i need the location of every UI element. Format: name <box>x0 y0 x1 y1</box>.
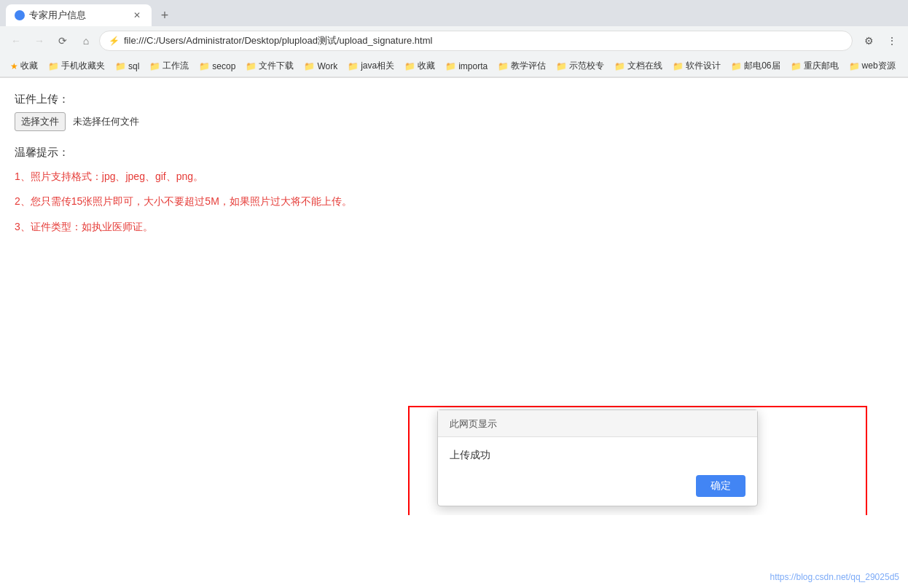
browser-chrome: 专家用户信息 ✕ + ← → ⟳ ⌂ ⚡ file:///C:/Users/Ad… <box>0 0 908 78</box>
bookmark-work[interactable]: 📁 Work <box>300 60 342 73</box>
bookmark-mobile[interactable]: 📁 手机收藏夹 <box>44 58 109 74</box>
folder-icon: 📁 <box>731 61 742 71</box>
bookmark-label: sql <box>128 61 139 71</box>
folder-icon: 📁 <box>149 61 160 71</box>
bookmark-java[interactable]: 📁 java相关 <box>343 58 399 74</box>
bookmark-workflow[interactable]: 📁 工作流 <box>145 58 193 74</box>
bookmark-web[interactable]: 📁 web资源 <box>845 58 900 74</box>
bookmark-label: 工作流 <box>163 60 189 72</box>
bookmark-label: 教学评估 <box>511 60 546 72</box>
tab-bar: 专家用户信息 ✕ + <box>0 0 908 26</box>
modal-header: 此网页显示 <box>438 410 757 437</box>
lock-icon: ⚡ <box>109 36 120 46</box>
star-icon: ★ <box>10 61 18 71</box>
tips-title: 温馨提示： <box>15 146 893 160</box>
folder-icon: 📁 <box>498 61 509 71</box>
folder-icon: 📁 <box>673 61 684 71</box>
folder-icon: 📁 <box>849 61 860 71</box>
no-file-text: 未选择任何文件 <box>73 115 139 128</box>
bookmark-label: web资源 <box>862 60 896 72</box>
bookmark-label: 收藏 <box>418 60 435 72</box>
new-tab-button[interactable]: + <box>154 5 175 26</box>
tips-section: 温馨提示： 1、照片支持格式：jpg、jpeg、gif、png。 2、您只需传1… <box>15 146 893 235</box>
bookmarks-bar: ★ 收藏 📁 手机收藏夹 📁 sql 📁 工作流 📁 secop 📁 文件下载 … <box>0 55 908 77</box>
bookmark-importa[interactable]: 📁 importa <box>441 60 492 73</box>
tip-item-2: 2、您只需传15张照片即可，大小不要超过5M，如果照片过大将不能上传。 <box>15 193 893 209</box>
extensions-button[interactable]: ⚙ <box>858 31 879 51</box>
bookmark-label: secop <box>212 61 235 71</box>
bookmark-download[interactable]: 📁 文件下载 <box>241 58 298 74</box>
upload-label: 证件上传： <box>15 93 893 106</box>
page-content: 证件上传： 选择文件 未选择任何文件 温馨提示： 1、照片支持格式：jpg、jp… <box>0 78 908 515</box>
bookmark-label: java相关 <box>361 60 394 72</box>
modal-body: 上传成功 <box>438 437 757 469</box>
menu-button[interactable]: ⋮ <box>882 31 902 51</box>
bookmark-label: 文档在线 <box>627 60 662 72</box>
tab-title: 专家用户信息 <box>29 9 86 22</box>
address-bar[interactable]: ⚡ file:///C:/Users/Administrator/Desktop… <box>99 31 853 51</box>
tab-close-button[interactable]: ✕ <box>131 9 143 21</box>
folder-icon: 📁 <box>791 61 802 71</box>
folder-icon: 📁 <box>556 61 567 71</box>
folder-icon: 📁 <box>614 61 625 71</box>
bookmark-label: importa <box>458 61 488 71</box>
bookmark-label: Work <box>317 61 337 71</box>
bookmark-star-label: 收藏 <box>20 60 38 72</box>
modal-ok-button[interactable]: 确定 <box>696 475 745 497</box>
folder-icon: 📁 <box>445 61 456 71</box>
bookmark-label: 软件设计 <box>686 60 721 72</box>
bookmark-demo[interactable]: 📁 示范校专 <box>552 58 608 74</box>
bookmark-star[interactable]: ★ 收藏 <box>6 58 42 74</box>
folder-icon: 📁 <box>48 61 59 71</box>
bookmark-teaching[interactable]: 📁 教学评估 <box>493 58 550 74</box>
modal-footer: 确定 <box>438 469 757 506</box>
bookmark-label: 手机收藏夹 <box>61 60 105 72</box>
tip-item-1: 1、照片支持格式：jpg、jpeg、gif、png。 <box>15 168 893 184</box>
folder-icon: 📁 <box>115 61 126 71</box>
back-button[interactable]: ← <box>6 31 26 51</box>
bookmark-cqupt[interactable]: 📁 重庆邮电 <box>786 58 843 74</box>
address-text: file:///C:/Users/Administrator/Desktop/p… <box>124 34 432 47</box>
folder-icon: 📁 <box>348 61 359 71</box>
refresh-button[interactable]: ⟳ <box>52 31 73 51</box>
folder-icon: 📁 <box>199 61 210 71</box>
nav-bar: ← → ⟳ ⌂ ⚡ file:///C:/Users/Administrator… <box>0 26 908 55</box>
upload-section: 证件上传： 选择文件 未选择任何文件 <box>15 93 893 131</box>
extensions-area: ⚙ ⋮ <box>858 31 902 51</box>
choose-file-button[interactable]: 选择文件 <box>15 112 66 131</box>
bookmark-collection[interactable]: 📁 收藏 <box>400 58 439 74</box>
modal-dialog: 此网页显示 上传成功 确定 <box>437 409 758 506</box>
bookmark-label: 文件下载 <box>259 60 294 72</box>
folder-icon: 📁 <box>246 61 257 71</box>
bookmark-label: 示范校专 <box>569 60 604 72</box>
bookmark-sql[interactable]: 📁 sql <box>111 60 144 73</box>
bookmark-label: 邮电06届 <box>744 60 780 72</box>
active-tab[interactable]: 专家用户信息 ✕ <box>6 4 152 26</box>
bookmark-label: 重庆邮电 <box>804 60 839 72</box>
tip-item-3: 3、证件类型：如执业医师证。 <box>15 219 893 235</box>
bookmark-docs[interactable]: 📁 文档在线 <box>610 58 667 74</box>
bookmark-email[interactable]: 📁 邮电06届 <box>727 58 784 74</box>
bookmark-software[interactable]: 📁 软件设计 <box>668 58 725 74</box>
folder-icon: 📁 <box>404 61 415 71</box>
upload-row: 选择文件 未选择任何文件 <box>15 112 893 131</box>
forward-button[interactable]: → <box>29 31 50 51</box>
bookmark-secop[interactable]: 📁 secop <box>195 60 240 73</box>
home-button[interactable]: ⌂ <box>76 31 96 51</box>
folder-icon: 📁 <box>304 61 315 71</box>
tab-favicon <box>15 10 25 20</box>
